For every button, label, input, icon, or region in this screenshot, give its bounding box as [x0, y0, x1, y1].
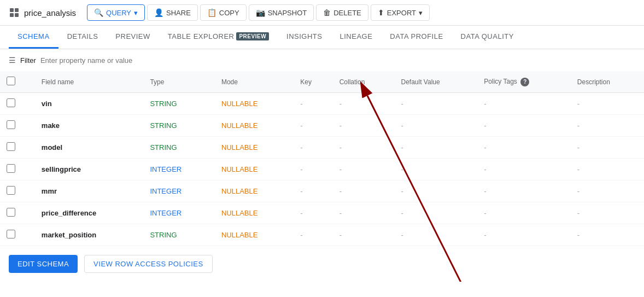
main-content: ☰ Filter Field name Type Mode Key Collat…	[0, 49, 644, 282]
edit-schema-button[interactable]: EDIT SCHEMA	[9, 255, 78, 273]
svg-rect-2	[10, 13, 14, 17]
row-checkbox-cell[interactable]	[0, 93, 35, 115]
tab-table-explorer[interactable]: TABLE EXPLORER PREVIEW	[159, 26, 278, 49]
cell-policy: -	[477, 93, 570, 115]
share-icon: 👤	[154, 8, 163, 17]
row-checkbox[interactable]	[7, 164, 15, 173]
cell-type: STRING	[143, 115, 215, 137]
th-key: Key	[294, 71, 332, 93]
row-checkbox[interactable]	[7, 230, 15, 238]
cell-policy: -	[477, 202, 570, 224]
cell-policy: -	[477, 159, 570, 180]
cell-key: -	[294, 224, 332, 246]
select-all-checkbox[interactable]	[7, 77, 15, 85]
grid-icon	[9, 7, 20, 18]
tab-insights[interactable]: INSIGHTS	[278, 26, 331, 49]
view-policies-button[interactable]: VIEW ROW ACCESS POLICIES	[84, 255, 213, 273]
cell-key: -	[294, 180, 332, 202]
row-checkbox[interactable]	[7, 120, 15, 129]
schema-table: Field name Type Mode Key Collation Defau…	[0, 71, 644, 246]
row-checkbox-cell[interactable]	[0, 115, 35, 137]
table-row: model STRING NULLABLE - - - - -	[0, 137, 644, 159]
row-checkbox-cell[interactable]	[0, 137, 35, 159]
cell-description: -	[571, 224, 644, 246]
cell-collation: -	[333, 115, 395, 137]
th-default-value: Default Value	[395, 71, 478, 93]
filter-label: Filter	[20, 56, 36, 65]
row-checkbox[interactable]	[7, 98, 15, 107]
cell-key: -	[294, 137, 332, 159]
cell-mode: NULLABLE	[215, 224, 294, 246]
cell-default: -	[395, 93, 478, 115]
cell-mode: NULLABLE	[215, 159, 294, 180]
row-checkbox-cell[interactable]	[0, 180, 35, 202]
filter-input[interactable]	[40, 56, 635, 65]
cell-collation: -	[333, 202, 395, 224]
filter-bar: ☰ Filter	[0, 49, 644, 71]
tab-lineage[interactable]: LINEAGE	[331, 26, 381, 49]
cell-default: -	[395, 180, 478, 202]
cell-policy: -	[477, 224, 570, 246]
tab-data-quality[interactable]: DATA QUALITY	[452, 26, 523, 49]
query-icon: 🔍	[94, 8, 103, 17]
table-row: price_difference INTEGER NULLABLE - - - …	[0, 202, 644, 224]
svg-rect-0	[10, 8, 14, 12]
cell-collation: -	[333, 93, 395, 115]
page-title: price_analysis	[24, 8, 76, 18]
cell-collation: -	[333, 180, 395, 202]
select-all-checkbox-header[interactable]	[0, 71, 35, 93]
cell-mode: NULLABLE	[215, 93, 294, 115]
cell-field-name: model	[35, 137, 144, 159]
toolbar: price_analysis 🔍 QUERY ▾ 👤 SHARE 📋 COPY …	[0, 0, 644, 26]
copy-icon: 📋	[207, 8, 216, 17]
delete-button[interactable]: 🗑 DELETE	[316, 4, 368, 21]
table-row: market_position STRING NULLABLE - - - - …	[0, 224, 644, 246]
cell-description: -	[571, 159, 644, 180]
cell-type: STRING	[143, 224, 215, 246]
cell-description: -	[571, 180, 644, 202]
row-checkbox-cell[interactable]	[0, 159, 35, 180]
tab-preview[interactable]: PREVIEW	[107, 26, 159, 49]
cell-collation: -	[333, 159, 395, 180]
row-checkbox[interactable]	[7, 142, 15, 151]
cell-field-name: price_difference	[35, 202, 144, 224]
th-policy-tags: Policy Tags ?	[477, 71, 570, 93]
th-mode: Mode	[215, 71, 294, 93]
filter-icon: ☰	[9, 56, 16, 65]
cell-collation: -	[333, 224, 395, 246]
copy-button[interactable]: 📋 COPY	[200, 4, 247, 21]
chevron-down-icon: ▾	[134, 9, 138, 17]
preview-badge: PREVIEW	[236, 32, 269, 40]
cell-policy: -	[477, 115, 570, 137]
th-collation: Collation	[333, 71, 395, 93]
snapshot-button[interactable]: 📷 SNAPSHOT	[249, 4, 314, 21]
cell-key: -	[294, 93, 332, 115]
table-header-row: Field name Type Mode Key Collation Defau…	[0, 71, 644, 93]
query-button[interactable]: 🔍 QUERY ▾	[87, 4, 145, 21]
policy-tags-help-icon[interactable]: ?	[520, 78, 529, 86]
snapshot-icon: 📷	[256, 8, 265, 17]
cell-key: -	[294, 159, 332, 180]
table-row: sellingprice INTEGER NULLABLE - - - - -	[0, 159, 644, 180]
cell-default: -	[395, 202, 478, 224]
cell-description: -	[571, 93, 644, 115]
cell-type: INTEGER	[143, 180, 215, 202]
row-checkbox-cell[interactable]	[0, 224, 35, 246]
tab-schema[interactable]: SCHEMA	[9, 26, 58, 49]
svg-rect-1	[15, 8, 19, 12]
table-row: mmr INTEGER NULLABLE - - - - -	[0, 180, 644, 202]
share-button[interactable]: 👤 SHARE	[147, 4, 198, 21]
export-button[interactable]: ⬆ EXPORT ▾	[371, 4, 430, 21]
cell-description: -	[571, 137, 644, 159]
cell-default: -	[395, 224, 478, 246]
export-icon: ⬆	[378, 8, 384, 17]
row-checkbox-cell[interactable]	[0, 202, 35, 224]
row-checkbox[interactable]	[7, 208, 15, 217]
row-checkbox[interactable]	[7, 186, 15, 195]
th-description: Description	[571, 71, 644, 93]
cell-description: -	[571, 202, 644, 224]
tab-details[interactable]: DETAILS	[58, 26, 107, 49]
cell-mode: NULLABLE	[215, 137, 294, 159]
cell-field-name: vin	[35, 93, 144, 115]
tab-data-profile[interactable]: DATA PROFILE	[381, 26, 452, 49]
